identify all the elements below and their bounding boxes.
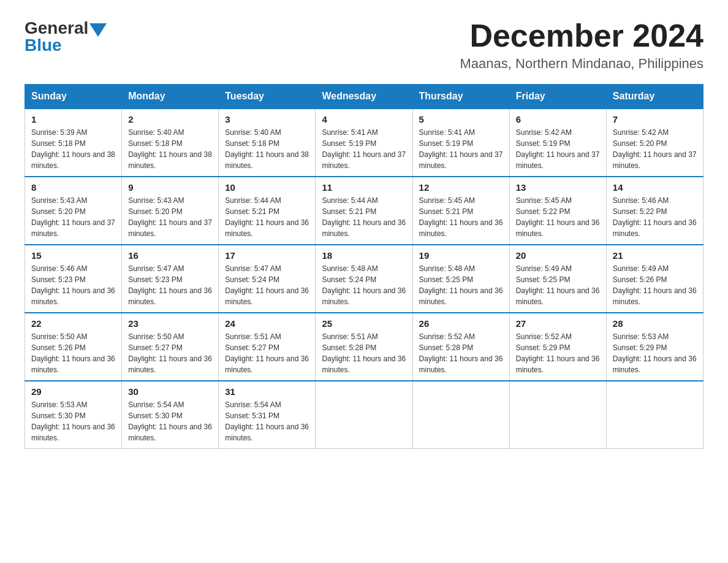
calendar-cell: 7 Sunrise: 5:42 AM Sunset: 5:20 PM Dayli…: [606, 109, 703, 177]
day-info: Sunrise: 5:42 AM Sunset: 5:19 PM Dayligh…: [516, 127, 600, 171]
day-number: 28: [613, 318, 697, 329]
day-info: Sunrise: 5:50 AM Sunset: 5:26 PM Dayligh…: [31, 331, 115, 375]
month-title: December 2024: [460, 18, 703, 53]
day-info: Sunrise: 5:41 AM Sunset: 5:19 PM Dayligh…: [322, 127, 406, 171]
calendar-cell: 15 Sunrise: 5:46 AM Sunset: 5:23 PM Dayl…: [25, 245, 122, 313]
day-number: 18: [322, 250, 406, 261]
calendar-cell: 30 Sunrise: 5:54 AM Sunset: 5:30 PM Dayl…: [122, 381, 219, 449]
day-info: Sunrise: 5:46 AM Sunset: 5:22 PM Dayligh…: [613, 195, 697, 239]
calendar-cell: 3 Sunrise: 5:40 AM Sunset: 5:18 PM Dayli…: [219, 109, 316, 177]
day-number: 31: [225, 386, 309, 397]
logo-blue-text: Blue: [25, 36, 62, 55]
day-number: 7: [613, 114, 697, 124]
day-info: Sunrise: 5:47 AM Sunset: 5:24 PM Dayligh…: [225, 263, 309, 307]
day-info: Sunrise: 5:48 AM Sunset: 5:25 PM Dayligh…: [419, 263, 503, 307]
day-info: Sunrise: 5:47 AM Sunset: 5:23 PM Dayligh…: [128, 263, 212, 307]
calendar-cell: [606, 381, 703, 449]
day-number: 10: [225, 182, 309, 193]
day-number: 9: [128, 182, 212, 193]
day-number: 1: [31, 114, 115, 124]
page-header: General Blue December 2024 Maanas, North…: [25, 18, 703, 72]
header-monday: Monday: [122, 85, 219, 109]
day-info: Sunrise: 5:46 AM Sunset: 5:23 PM Dayligh…: [31, 263, 115, 307]
day-number: 19: [419, 250, 503, 261]
calendar-cell: 13 Sunrise: 5:45 AM Sunset: 5:22 PM Dayl…: [509, 177, 606, 245]
calendar-cell: [316, 381, 412, 449]
calendar-cell: 16 Sunrise: 5:47 AM Sunset: 5:23 PM Dayl…: [122, 245, 219, 313]
header-sunday: Sunday: [25, 85, 122, 109]
calendar-cell: 1 Sunrise: 5:39 AM Sunset: 5:18 PM Dayli…: [25, 109, 122, 177]
day-number: 5: [419, 114, 503, 124]
calendar-cell: 2 Sunrise: 5:40 AM Sunset: 5:18 PM Dayli…: [122, 109, 219, 177]
day-number: 17: [225, 250, 309, 261]
calendar-cell: [509, 381, 606, 449]
title-area: December 2024 Maanas, Northern Mindanao,…: [460, 18, 703, 72]
calendar-cell: 22 Sunrise: 5:50 AM Sunset: 5:26 PM Dayl…: [25, 313, 122, 381]
day-info: Sunrise: 5:50 AM Sunset: 5:27 PM Dayligh…: [128, 331, 212, 375]
day-number: 26: [419, 318, 503, 329]
day-info: Sunrise: 5:42 AM Sunset: 5:20 PM Dayligh…: [613, 127, 697, 171]
calendar-cell: 26 Sunrise: 5:52 AM Sunset: 5:28 PM Dayl…: [412, 313, 509, 381]
calendar-cell: 12 Sunrise: 5:45 AM Sunset: 5:21 PM Dayl…: [412, 177, 509, 245]
day-number: 27: [516, 318, 600, 329]
calendar-table: SundayMondayTuesdayWednesdayThursdayFrid…: [25, 84, 703, 449]
day-number: 22: [31, 318, 115, 329]
header-thursday: Thursday: [412, 85, 509, 109]
calendar-cell: 28 Sunrise: 5:53 AM Sunset: 5:29 PM Dayl…: [606, 313, 703, 381]
calendar-cell: 27 Sunrise: 5:52 AM Sunset: 5:29 PM Dayl…: [509, 313, 606, 381]
day-info: Sunrise: 5:40 AM Sunset: 5:18 PM Dayligh…: [225, 127, 309, 171]
day-info: Sunrise: 5:43 AM Sunset: 5:20 PM Dayligh…: [31, 195, 115, 239]
logo: General Blue: [25, 18, 107, 55]
day-number: 21: [613, 250, 697, 261]
day-number: 11: [322, 182, 406, 193]
calendar-cell: 31 Sunrise: 5:54 AM Sunset: 5:31 PM Dayl…: [219, 381, 316, 449]
calendar-cell: 6 Sunrise: 5:42 AM Sunset: 5:19 PM Dayli…: [509, 109, 606, 177]
day-number: 30: [128, 386, 212, 397]
day-number: 12: [419, 182, 503, 193]
header-saturday: Saturday: [606, 85, 703, 109]
day-number: 14: [613, 182, 697, 193]
day-info: Sunrise: 5:41 AM Sunset: 5:19 PM Dayligh…: [419, 127, 503, 171]
day-number: 8: [31, 182, 115, 193]
calendar-week-row: 29 Sunrise: 5:53 AM Sunset: 5:30 PM Dayl…: [25, 381, 703, 449]
day-number: 4: [322, 114, 406, 124]
day-number: 3: [225, 114, 309, 124]
calendar-cell: 19 Sunrise: 5:48 AM Sunset: 5:25 PM Dayl…: [412, 245, 509, 313]
calendar-week-row: 15 Sunrise: 5:46 AM Sunset: 5:23 PM Dayl…: [25, 245, 703, 313]
calendar-week-row: 8 Sunrise: 5:43 AM Sunset: 5:20 PM Dayli…: [25, 177, 703, 245]
calendar-cell: 18 Sunrise: 5:48 AM Sunset: 5:24 PM Dayl…: [316, 245, 412, 313]
day-info: Sunrise: 5:48 AM Sunset: 5:24 PM Dayligh…: [322, 263, 406, 307]
calendar-cell: 5 Sunrise: 5:41 AM Sunset: 5:19 PM Dayli…: [412, 109, 509, 177]
day-info: Sunrise: 5:54 AM Sunset: 5:30 PM Dayligh…: [128, 399, 212, 443]
day-info: Sunrise: 5:51 AM Sunset: 5:28 PM Dayligh…: [322, 331, 406, 375]
day-info: Sunrise: 5:45 AM Sunset: 5:22 PM Dayligh…: [516, 195, 600, 239]
day-info: Sunrise: 5:54 AM Sunset: 5:31 PM Dayligh…: [225, 399, 309, 443]
calendar-header-row: SundayMondayTuesdayWednesdayThursdayFrid…: [25, 85, 703, 109]
day-number: 23: [128, 318, 212, 329]
day-info: Sunrise: 5:43 AM Sunset: 5:20 PM Dayligh…: [128, 195, 212, 239]
day-number: 20: [516, 250, 600, 261]
day-number: 15: [31, 250, 115, 261]
day-info: Sunrise: 5:53 AM Sunset: 5:29 PM Dayligh…: [613, 331, 697, 375]
calendar-cell: 11 Sunrise: 5:44 AM Sunset: 5:21 PM Dayl…: [316, 177, 412, 245]
calendar-cell: 20 Sunrise: 5:49 AM Sunset: 5:25 PM Dayl…: [509, 245, 606, 313]
calendar-cell: 10 Sunrise: 5:44 AM Sunset: 5:21 PM Dayl…: [219, 177, 316, 245]
day-info: Sunrise: 5:49 AM Sunset: 5:26 PM Dayligh…: [613, 263, 697, 307]
day-info: Sunrise: 5:49 AM Sunset: 5:25 PM Dayligh…: [516, 263, 600, 307]
day-info: Sunrise: 5:45 AM Sunset: 5:21 PM Dayligh…: [419, 195, 503, 239]
calendar-cell: 21 Sunrise: 5:49 AM Sunset: 5:26 PM Dayl…: [606, 245, 703, 313]
calendar-cell: 24 Sunrise: 5:51 AM Sunset: 5:27 PM Dayl…: [219, 313, 316, 381]
day-info: Sunrise: 5:53 AM Sunset: 5:30 PM Dayligh…: [31, 399, 115, 443]
day-info: Sunrise: 5:51 AM Sunset: 5:27 PM Dayligh…: [225, 331, 309, 375]
calendar-cell: 4 Sunrise: 5:41 AM Sunset: 5:19 PM Dayli…: [316, 109, 412, 177]
day-number: 25: [322, 318, 406, 329]
day-info: Sunrise: 5:44 AM Sunset: 5:21 PM Dayligh…: [225, 195, 309, 239]
calendar-cell: 9 Sunrise: 5:43 AM Sunset: 5:20 PM Dayli…: [122, 177, 219, 245]
calendar-cell: 14 Sunrise: 5:46 AM Sunset: 5:22 PM Dayl…: [606, 177, 703, 245]
calendar-cell: 23 Sunrise: 5:50 AM Sunset: 5:27 PM Dayl…: [122, 313, 219, 381]
calendar-cell: 29 Sunrise: 5:53 AM Sunset: 5:30 PM Dayl…: [25, 381, 122, 449]
logo-triangle-icon: [89, 23, 107, 37]
day-number: 13: [516, 182, 600, 193]
day-number: 2: [128, 114, 212, 124]
day-info: Sunrise: 5:52 AM Sunset: 5:29 PM Dayligh…: [516, 331, 600, 375]
